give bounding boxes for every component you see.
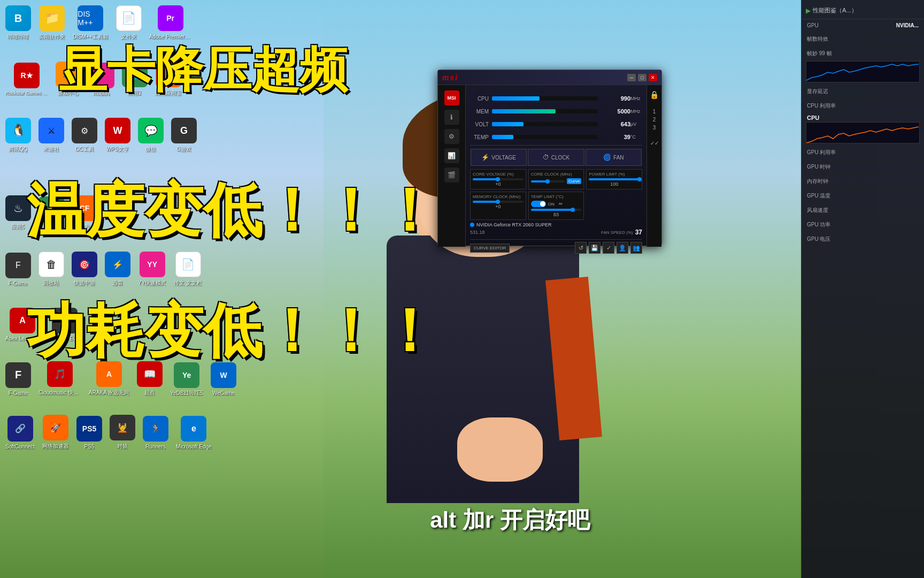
msi-logo-icon[interactable]: MSI — [444, 90, 459, 105]
icon-msedge[interactable]: e Microsoft Edge — [173, 412, 214, 453]
right-panel-header: ▶ 性能图鉴（A...） — [802, 4, 924, 19]
msi-monitor-icon[interactable]: 📊 — [444, 148, 459, 163]
icon-doc[interactable]: 📄 传文 文文档 — [171, 249, 205, 290]
subtitle: alt 加r 开启好吧 — [430, 505, 590, 535]
gpu-voltage-label: GPU 电压 — [807, 235, 830, 243]
msi-gpu-name: NVIDIA Geforce RTX 2060 SUPER — [476, 222, 551, 227]
msi-maximize-btn[interactable]: □ — [638, 74, 646, 81]
msi-cpu-unit: MHz — [630, 96, 642, 101]
msi-info-icon[interactable]: ℹ — [444, 110, 459, 125]
right-panel-graph-1 — [806, 61, 920, 82]
msi-core-voltage-fill — [473, 178, 498, 180]
msi-temp-value: 39 — [601, 134, 630, 140]
icon-app-a[interactable]: F F-Game — [3, 249, 34, 290]
msi-close-btn[interactable]: ✕ — [649, 74, 657, 81]
msi-reset-btn[interactable]: ↺ — [575, 242, 587, 254]
msi-minimize-btn[interactable]: ─ — [627, 74, 636, 81]
msi-temp-limit-edit[interactable]: ✏ — [559, 201, 563, 207]
icon-yy[interactable]: YY YY快速模式 — [135, 249, 169, 290]
msi-curve-mode-btn[interactable]: Curve — [567, 178, 581, 184]
msi-settings-icon[interactable]: ⚙ — [444, 129, 459, 144]
panel-icon: ▶ — [806, 7, 811, 14]
msi-power-limit-handle[interactable] — [637, 177, 642, 181]
msi-mem-value: 5000 — [601, 108, 630, 115]
msi-volt-bar — [492, 122, 598, 126]
msi-core-clock-slider: CORE CLOCK (MHz) Curve — [528, 169, 584, 189]
msi-memory-clock-handle[interactable] — [496, 200, 500, 204]
vram-label: 显存延迟 — [807, 88, 828, 95]
msi-volt-row: VOLT 643 μV — [470, 119, 642, 129]
msi-mem-bar-fill — [492, 109, 556, 113]
icon-gfw[interactable]: 🚀 网络加速器 — [40, 412, 72, 453]
icon-oc-tool[interactable]: ⚙ OC工具 — [69, 115, 100, 156]
msi-tab-fan[interactable]: 🌀 FAN — [586, 149, 642, 166]
msi-left-panel: MSI ℹ ⚙ 📊 🎬 — [438, 85, 466, 247]
gpu-util-label: GPU 利用率 — [807, 149, 836, 156]
icon-miyoushe[interactable]: ⚔ 米游社 — [36, 115, 67, 156]
msi-tab-voltage[interactable]: ⚡ VOLTAGE — [471, 149, 527, 166]
msi-memory-clock-slider: MEMORY CLOCK (MHz) +0 — [470, 192, 526, 220]
msi-toggle[interactable] — [531, 201, 546, 207]
right-performance-panel: ▶ 性能图鉴（A...） GPU NVIDIA... 帧数特效 帧妙 99 帧 … — [801, 0, 924, 578]
right-panel-graph-2 — [806, 122, 920, 143]
msi-cpu-row: CPU 990 MHz — [470, 94, 642, 103]
msi-user-icon[interactable]: 👤 — [617, 242, 628, 254]
msi-voltage-icon: ⚡ — [481, 154, 489, 161]
msi-bottom-icons: ↺ 💾 ✓ 👤 👥 — [575, 242, 642, 254]
right-panel-frame-effects: 帧数特效 — [802, 32, 924, 47]
icon-duojing[interactable]: 💆 对镜 — [107, 412, 138, 453]
msi-temp-limit-handle[interactable] — [571, 208, 575, 212]
msi-temp-limit-track[interactable] — [531, 209, 582, 211]
msi-temp-row: TEMP 39 °C — [470, 132, 642, 142]
msi-lock-icon[interactable]: 🔒 — [650, 90, 659, 99]
msi-profile-3[interactable]: 3 — [653, 125, 656, 131]
frame99-label: 帧妙 99 帧 — [807, 50, 832, 57]
msi-video-icon[interactable]: 🎬 — [444, 168, 459, 182]
right-panel-gpu-voltage: GPU 电压 — [802, 232, 924, 247]
msi-power-limit-fill — [589, 178, 640, 180]
msi-temp-bar-fill — [492, 135, 513, 139]
mem-clock-label: 内存时钟 — [807, 178, 828, 185]
icon-kxzy[interactable]: 🎯 快选中游 — [69, 249, 100, 290]
icon-ggame[interactable]: G G游戏 — [168, 115, 199, 156]
msi-core-clock-label: CORE CLOCK (MHz) — [531, 172, 582, 177]
msi-curve-editor-btn[interactable]: CURVE EDITOR — [470, 244, 510, 253]
icon-rockstar[interactable]: R★ Rockstar Games Launcher — [3, 59, 51, 100]
msi-profile-1[interactable]: 1 — [653, 109, 656, 115]
icon-xunlei[interactable]: ⚡ 迅雷 — [102, 249, 133, 290]
right-panel-gpu-power: GPU 功率 — [802, 218, 924, 232]
msi-metrics: CPU 990 MHz MEM 5000 MHz VOLT — [470, 89, 642, 142]
msi-power-limit-track[interactable] — [589, 178, 640, 180]
msi-profile-2[interactable]: 2 — [653, 117, 656, 123]
right-panel-gpu-util: GPU 利用率 — [802, 146, 924, 160]
msi-memory-clock-track[interactable] — [473, 201, 523, 203]
msi-toggle-row: ON ✏ — [531, 201, 582, 207]
msi-apply-btn[interactable]: ✓ — [603, 242, 614, 254]
msi-core-voltage-label: CORE VOLTAGE (%) — [473, 172, 523, 177]
graph-svg-1 — [806, 62, 919, 82]
msi-profile-icon[interactable]: 👥 — [630, 242, 642, 254]
icon-wechat[interactable]: 💬 微信 — [135, 115, 166, 156]
msi-core-voltage-slider: CORE VOLTAGE (%) +0 — [470, 169, 526, 189]
icon-wps[interactable]: W WPS文字 — [102, 115, 133, 156]
msi-core-clock-handle[interactable] — [545, 179, 550, 184]
msi-gpu-indicator — [470, 223, 474, 227]
icon-runner[interactable]: 🏃 Runners — [140, 412, 171, 453]
msi-gpu-info: NVIDIA Geforce RTX 2060 SUPER — [470, 222, 642, 227]
msi-core-clock-track[interactable] — [531, 180, 565, 182]
right-panel-gpu: GPU NVIDIA... — [802, 19, 924, 32]
icon-bilibili[interactable]: B 哔哩哔哩 — [3, 3, 34, 43]
power-text: 功耗变低！！！ — [27, 292, 438, 371]
icon-qq[interactable]: 🐧 腾讯QQ — [3, 115, 34, 156]
msi-core-voltage-track[interactable] — [473, 178, 523, 180]
msi-save-btn[interactable]: 💾 — [589, 242, 600, 254]
icon-ps5[interactable]: PS5 PS5 — [74, 412, 105, 453]
msi-tab-clock[interactable]: ⏱ CLOCK — [528, 149, 584, 166]
icon-softconnect[interactable]: 🔗 SoftConnect — [3, 412, 37, 453]
right-panel-cpu-text: CPU — [802, 113, 924, 122]
msi-profile-custom[interactable]: ✓✓ — [650, 140, 659, 146]
right-panel-vram: 显存延迟 — [802, 85, 924, 99]
right-panel-title: ▶ 性能图鉴（A...） — [806, 6, 920, 14]
icon-recycle[interactable]: 🗑 回收站 — [36, 249, 67, 290]
msi-core-voltage-handle[interactable] — [496, 177, 500, 181]
